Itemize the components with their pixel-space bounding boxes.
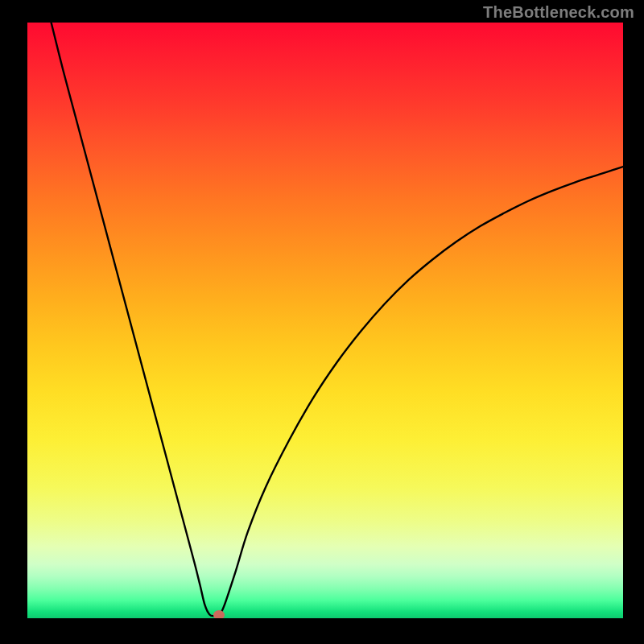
- curve-svg: [27, 23, 623, 618]
- watermark-text: TheBottleneck.com: [483, 3, 634, 22]
- plot-area: [27, 23, 623, 618]
- bottleneck-curve: [52, 23, 623, 616]
- chart-frame: TheBottleneck.com: [0, 0, 644, 644]
- minimum-marker: [213, 610, 225, 618]
